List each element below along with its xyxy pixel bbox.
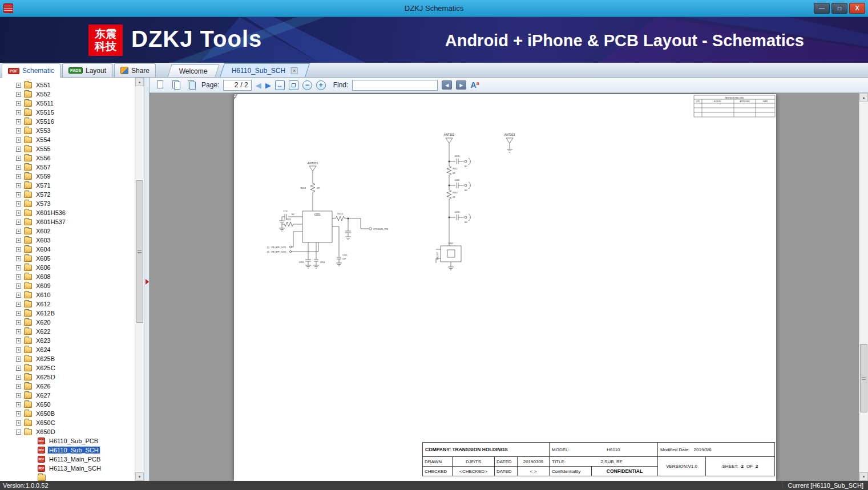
facing-pages-icon[interactable]: [171, 80, 182, 90]
tree-folder-partial[interactable]: [0, 473, 135, 481]
tree-folder-X5516[interactable]: +X5516: [0, 117, 135, 126]
scroll-down-icon[interactable]: ▼: [859, 472, 868, 481]
tree-folder-X559[interactable]: +X559: [0, 172, 135, 181]
tree-folder-X612[interactable]: +X612: [0, 299, 135, 309]
tree-folder-X603[interactable]: +X603: [0, 236, 135, 245]
previous-page-button[interactable]: ◀: [256, 82, 261, 89]
tree-expander-icon[interactable]: +: [16, 247, 21, 252]
tree-expander-icon[interactable]: +: [16, 357, 21, 362]
tree-folder-X5515[interactable]: +X5515: [0, 108, 135, 117]
tree-expander-icon[interactable]: +: [16, 92, 21, 97]
single-page-icon[interactable]: [155, 80, 167, 90]
tab-share[interactable]: Share: [114, 63, 156, 77]
tree-folder-X625B[interactable]: +X625B: [0, 354, 135, 363]
tree-folder-X650D[interactable]: -X650D: [0, 427, 135, 436]
tree-folder-X606[interactable]: +X606: [0, 263, 135, 272]
continuous-pages-icon[interactable]: [186, 80, 197, 90]
close-tab-icon[interactable]: ×: [290, 67, 297, 74]
tree-expander-icon[interactable]: +: [16, 366, 21, 371]
tree-expander-icon[interactable]: +: [16, 210, 21, 216]
splitter-collapse-icon[interactable]: [146, 279, 149, 285]
scroll-up-icon[interactable]: ▲: [859, 93, 868, 102]
tree-folder-X555[interactable]: +X555: [0, 144, 135, 153]
fit-page-button[interactable]: [289, 80, 298, 90]
tree-scrollbar[interactable]: ▲ ▼: [135, 78, 144, 481]
tree-folder-X624[interactable]: +X624: [0, 345, 135, 354]
tree-expander-icon[interactable]: +: [16, 165, 21, 170]
tree-expander-icon[interactable]: +: [16, 265, 21, 270]
find-previous-button[interactable]: ◀: [442, 80, 452, 90]
tree-folder-X557[interactable]: +X557: [0, 163, 135, 172]
text-size-icon[interactable]: Aa: [470, 81, 479, 89]
tree-expander-icon[interactable]: +: [16, 220, 21, 225]
fit-width-button[interactable]: ↔: [275, 80, 285, 90]
tree-item-H6110_Sub_SCH[interactable]: PDFH6110_Sub_SCH: [0, 446, 135, 455]
tree-expander-icon[interactable]: +: [16, 311, 21, 316]
tree-folder-X573[interactable]: +X573: [0, 199, 135, 208]
tree-expander-icon[interactable]: +: [16, 229, 21, 234]
tree-expander-icon[interactable]: +: [16, 83, 21, 88]
tree-expander-icon[interactable]: +: [16, 411, 21, 416]
tree-folder-X551[interactable]: +X551: [0, 80, 135, 90]
tree-expander-icon[interactable]: +: [16, 393, 21, 398]
tree-folder-X553[interactable]: +X553: [0, 126, 135, 135]
tree-folder-X608[interactable]: +X608: [0, 272, 135, 281]
zoom-out-button[interactable]: −: [302, 80, 312, 90]
tree-expander-icon[interactable]: +: [16, 347, 21, 353]
tree-folder-X556[interactable]: +X556: [0, 153, 135, 163]
doc-tab-welcome[interactable]: Welcome: [167, 64, 219, 77]
tree-folder-X610[interactable]: +X610: [0, 290, 135, 299]
tree-folder-X625C[interactable]: +X625C: [0, 363, 135, 372]
doc-tab-h6110-sub-sch[interactable]: H6110_Sub_SCH ×: [220, 63, 309, 77]
tree-folder-X601H537[interactable]: +X601H537: [0, 217, 135, 226]
tree-folder-X601H536[interactable]: +X601H536: [0, 208, 135, 217]
tree-expander-icon[interactable]: +: [16, 137, 21, 143]
tree-expander-icon[interactable]: +: [16, 192, 21, 197]
next-page-button[interactable]: ▶: [265, 82, 271, 89]
tree-item-H6113_Main_SCH[interactable]: PDFH6113_Main_SCH: [0, 464, 135, 473]
tree-expander-icon[interactable]: +: [16, 338, 21, 343]
tree-folder-X625D[interactable]: +X625D: [0, 372, 135, 382]
tab-layout[interactable]: PADS Layout: [62, 63, 112, 77]
pdf-scrollbar-thumb[interactable]: [860, 344, 867, 412]
maximize-button[interactable]: □: [831, 3, 847, 14]
tree-expander-icon[interactable]: -: [16, 430, 21, 435]
tree-folder-X626[interactable]: +X626: [0, 382, 135, 391]
pdf-viewport[interactable]: ANT201 R213 0R U201 C211 NC R211 [1] LTE…: [150, 93, 868, 481]
tree-folder-X612B[interactable]: +X612B: [0, 309, 135, 318]
tree-folder-X604[interactable]: +X604: [0, 245, 135, 254]
tree-expander-icon[interactable]: +: [16, 201, 21, 206]
tree-folder-X602[interactable]: +X602: [0, 226, 135, 236]
tree-expander-icon[interactable]: +: [16, 402, 21, 407]
tree-expander-icon[interactable]: +: [16, 274, 21, 280]
tree-expander-icon[interactable]: +: [16, 128, 21, 133]
tree-item-H6113_Main_PCB[interactable]: PDFH6113_Main_PCB: [0, 455, 135, 464]
tree-folder-X620[interactable]: +X620: [0, 318, 135, 327]
tree-expander-icon[interactable]: +: [16, 156, 21, 161]
tree-expander-icon[interactable]: +: [16, 320, 21, 325]
panel-splitter[interactable]: [144, 78, 150, 481]
tree-expander-icon[interactable]: +: [16, 293, 21, 298]
tree-folder-X650C[interactable]: +X650C: [0, 418, 135, 427]
tree-folder-X605[interactable]: +X605: [0, 254, 135, 263]
tree-expander-icon[interactable]: +: [16, 147, 21, 152]
tree-folder-X650B[interactable]: +X650B: [0, 409, 135, 418]
tree-expander-icon[interactable]: +: [16, 302, 21, 307]
tree-scrollbar-thumb[interactable]: [136, 180, 143, 323]
tree-folder-X650[interactable]: +X650: [0, 400, 135, 409]
tree-expander-icon[interactable]: +: [16, 329, 21, 334]
tree-folder-X552[interactable]: +X552: [0, 90, 135, 99]
tree-folder-X554[interactable]: +X554: [0, 135, 135, 144]
page-number-input[interactable]: [227, 81, 238, 89]
close-button[interactable]: X: [849, 3, 865, 14]
tree-folder-X622[interactable]: +X622: [0, 327, 135, 336]
tree-folder-X627[interactable]: +X627: [0, 391, 135, 400]
tree-expander-icon[interactable]: +: [16, 183, 21, 188]
tree-folder-X571[interactable]: +X571: [0, 181, 135, 190]
scroll-down-icon[interactable]: ▼: [135, 472, 144, 481]
tree-folder-X572[interactable]: +X572: [0, 190, 135, 199]
tree-folder-X5511[interactable]: +X5511: [0, 99, 135, 108]
pdf-scrollbar[interactable]: ▲ ▼: [859, 93, 868, 481]
tree-folder-X609[interactable]: +X609: [0, 281, 135, 290]
tree-expander-icon[interactable]: +: [16, 110, 21, 115]
